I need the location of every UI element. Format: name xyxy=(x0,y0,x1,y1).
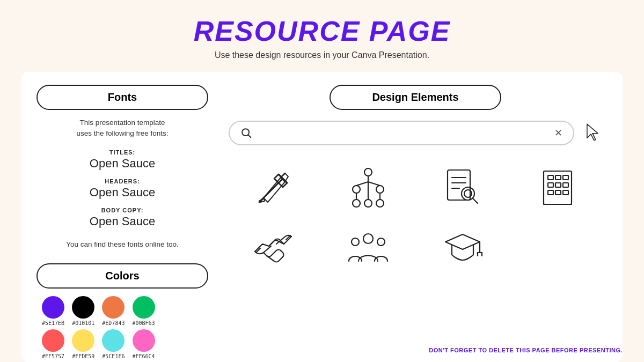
main-card: Fonts This presentation templateuses the… xyxy=(21,72,623,362)
footer-note: DON'T FORGET TO DELETE THIS PAGE BEFORE … xyxy=(429,347,623,353)
colors-section: Colors #5E17EB #010101 #ED7843 xyxy=(36,263,208,359)
svg-rect-35 xyxy=(555,190,561,195)
swatch-pink: #FF66C4 xyxy=(132,329,155,359)
color-label-orange: #ED7843 xyxy=(102,320,125,326)
font-entry-header: HEADERS: Open Sauce xyxy=(36,178,208,200)
font-name-title: Open Sauce xyxy=(36,157,208,171)
swatch-green: #00BF63 xyxy=(132,296,155,326)
svg-rect-29 xyxy=(555,175,561,180)
swatch-red: #FF5757 xyxy=(42,329,64,359)
color-circle-cyan xyxy=(102,329,125,352)
search-clear-button[interactable]: ✕ xyxy=(554,127,562,139)
svg-point-42 xyxy=(377,238,385,246)
fonts-online-note: You can find these fonts online too. xyxy=(36,240,208,248)
document-search-icon-cell xyxy=(418,160,508,214)
handshake-icon-cell xyxy=(229,219,318,273)
graduation-cap-icon xyxy=(441,225,484,268)
color-label-cyan: #5CE1E6 xyxy=(102,353,125,359)
svg-rect-34 xyxy=(548,190,553,195)
svg-point-11 xyxy=(353,200,360,207)
font-label-body: BODY COPY: xyxy=(36,207,208,213)
svg-rect-20 xyxy=(448,170,470,200)
color-swatches: #5E17EB #010101 #ED7843 #00BF63 xyxy=(36,296,208,359)
team-icon-cell xyxy=(324,219,413,273)
color-label-black: #010101 xyxy=(72,320,94,326)
color-row-2: #FF5757 #FFDE59 #5CE1E6 #FF66C4 xyxy=(42,329,155,359)
search-box[interactable]: ✕ xyxy=(229,121,574,145)
pencil-icon-cell xyxy=(229,160,318,214)
design-elements-header: Design Elements xyxy=(330,85,501,110)
color-circle-green xyxy=(133,296,155,319)
svg-point-41 xyxy=(352,238,359,246)
left-panel: Fonts This presentation templateuses the… xyxy=(36,85,208,349)
page-subtitle: Use these design resources in your Canva… xyxy=(194,50,451,60)
color-circle-orange xyxy=(102,296,125,319)
hierarchy-icon xyxy=(347,166,390,209)
pencil-icon xyxy=(252,166,295,209)
color-circle-red xyxy=(42,329,64,352)
svg-point-8 xyxy=(364,168,372,176)
icons-grid xyxy=(223,160,608,273)
svg-marker-2 xyxy=(587,124,598,140)
color-row-1: #5E17EB #010101 #ED7843 #00BF63 xyxy=(42,296,155,326)
graduation-icon-cell xyxy=(418,219,508,273)
swatch-cyan: #5CE1E6 xyxy=(102,329,125,359)
svg-point-13 xyxy=(376,200,384,207)
font-entry-title: TITLES: Open Sauce xyxy=(36,149,208,171)
building-icon xyxy=(536,166,579,209)
color-label-pink: #FF66C4 xyxy=(132,353,155,359)
svg-line-16 xyxy=(368,182,380,186)
color-label-purple: #5E17EB xyxy=(42,320,64,326)
swatch-orange: #ED7843 xyxy=(102,296,125,326)
search-icon xyxy=(240,127,252,139)
empty-icon-cell xyxy=(513,219,603,273)
page-header: RESOURCE PAGE Use these design resources… xyxy=(194,0,451,65)
svg-rect-36 xyxy=(563,190,568,195)
color-circle-pink xyxy=(133,329,155,352)
svg-rect-30 xyxy=(563,175,568,180)
fonts-header: Fonts xyxy=(36,85,208,110)
hierarchy-icon-cell xyxy=(324,160,413,214)
page-title: RESOURCE PAGE xyxy=(194,15,451,47)
svg-point-12 xyxy=(364,200,372,207)
font-name-body: Open Sauce xyxy=(36,215,208,228)
svg-point-10 xyxy=(376,186,384,193)
search-input[interactable] xyxy=(258,129,549,138)
svg-point-40 xyxy=(363,234,373,243)
color-label-yellow: #FFDE59 xyxy=(72,353,94,359)
svg-line-15 xyxy=(356,182,368,186)
color-circle-purple xyxy=(42,296,64,319)
fonts-description: This presentation templateuses the follo… xyxy=(36,117,208,139)
font-label-header: HEADERS: xyxy=(36,178,208,184)
svg-rect-28 xyxy=(548,175,553,180)
svg-rect-31 xyxy=(548,183,553,187)
colors-header: Colors xyxy=(36,263,208,289)
svg-point-9 xyxy=(353,186,360,193)
search-row: ✕ xyxy=(223,121,608,145)
building-icon-cell xyxy=(513,160,603,214)
color-label-red: #FF5757 xyxy=(42,353,64,359)
color-label-green: #00BF63 xyxy=(132,320,155,326)
svg-line-1 xyxy=(248,135,251,138)
swatch-purple: #5E17EB xyxy=(42,296,64,326)
color-circle-yellow xyxy=(72,329,94,352)
font-label-title: TITLES: xyxy=(36,149,208,156)
cursor-icon xyxy=(583,123,602,143)
font-name-header: Open Sauce xyxy=(36,186,208,200)
svg-rect-32 xyxy=(555,183,561,187)
font-entry-body: BODY COPY: Open Sauce xyxy=(36,207,208,228)
svg-rect-33 xyxy=(563,183,568,187)
handshake-icon xyxy=(252,225,295,268)
svg-line-25 xyxy=(473,198,478,203)
swatch-yellow: #FFDE59 xyxy=(72,329,94,359)
right-panel: Design Elements ✕ xyxy=(223,85,608,349)
color-circle-black xyxy=(72,296,94,319)
swatch-black: #010101 xyxy=(72,296,94,326)
team-icon xyxy=(347,225,390,268)
document-search-icon xyxy=(441,166,484,209)
svg-marker-43 xyxy=(445,234,480,249)
